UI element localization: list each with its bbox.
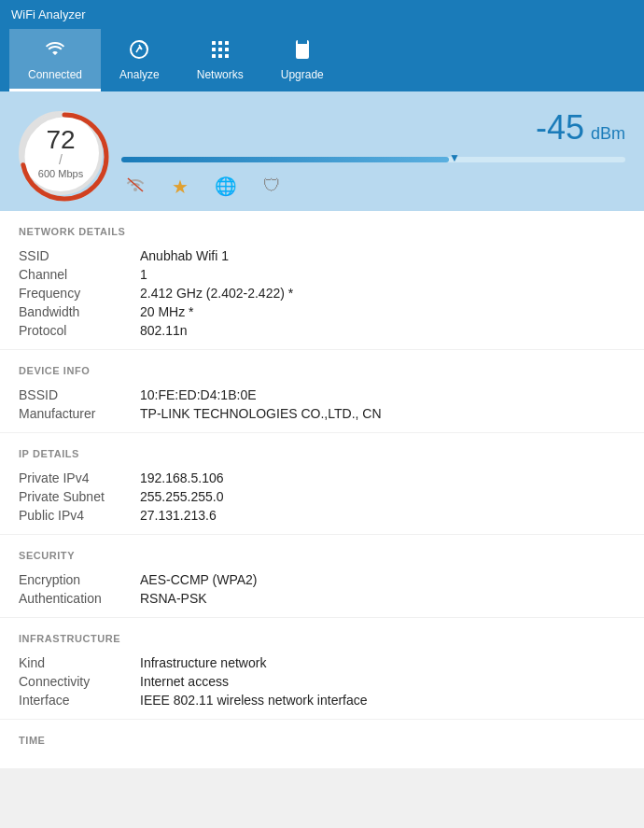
nav-item-analyze[interactable]: Analyze xyxy=(101,29,178,91)
nav-label-analyze: Analyze xyxy=(119,68,160,81)
nav-label-upgrade: Upgrade xyxy=(281,68,324,81)
nav-label-connected: Connected xyxy=(28,68,82,81)
bssid-value: 10:FE:ED:D4:1B:0E xyxy=(140,387,625,402)
ssid-label: SSID xyxy=(19,248,140,263)
connectivity-value: Internet access xyxy=(140,674,625,689)
nav-bar: Connected Analyze xyxy=(0,29,644,91)
authentication-value: RSNA-PSK xyxy=(140,591,625,606)
svg-rect-3 xyxy=(225,41,229,45)
bandwidth-value: 20 MHz * xyxy=(140,304,625,319)
nav-item-upgrade[interactable]: Upgrade xyxy=(262,29,343,91)
section-title-device-info: DEVICE INFO xyxy=(19,365,625,376)
section-title-time: TIME xyxy=(19,735,625,746)
section-infrastructure: INFRASTRUCTURE Kind Infrastructure netwo… xyxy=(0,618,644,720)
signal-bar-fill xyxy=(121,157,449,162)
device-info-grid: BSSID 10:FE:ED:D4:1B:0E Manufacturer TP-… xyxy=(19,387,625,421)
score-number: 72 xyxy=(46,127,75,153)
svg-rect-6 xyxy=(225,48,229,51)
svg-rect-4 xyxy=(212,48,216,51)
authentication-label: Authentication xyxy=(19,591,140,606)
frequency-label: Frequency xyxy=(19,286,140,301)
signal-area: 72 / 600 Mbps -45 dBm ▼ ★ xyxy=(0,91,644,211)
public-ipv4-label: Public IPv4 xyxy=(19,508,140,523)
svg-rect-7 xyxy=(212,54,216,58)
dbm-unit: dBm xyxy=(591,124,625,143)
private-subnet-value: 255.255.255.0 xyxy=(140,489,625,504)
manufacturer-label: Manufacturer xyxy=(19,406,140,421)
network-details-grid: SSID Anubhab Wifi 1 Channel 1 Frequency … xyxy=(19,248,625,338)
title-bar: WiFi Analyzer xyxy=(0,0,644,29)
svg-rect-9 xyxy=(225,54,229,58)
connectivity-label: Connectivity xyxy=(19,674,140,689)
private-ipv4-value: 192.168.5.106 xyxy=(140,470,625,485)
section-ip-details: IP DETAILS Private IPv4 192.168.5.106 Pr… xyxy=(0,433,644,535)
interface-value: IEEE 802.11 wireless network interface xyxy=(140,693,625,708)
score-speed: 600 Mbps xyxy=(38,168,83,179)
private-ipv4-label: Private IPv4 xyxy=(19,470,140,485)
wifi-icon xyxy=(44,38,66,64)
dbm-value: -45 xyxy=(536,108,584,147)
encryption-value: AES-CCMP (WPA2) xyxy=(140,572,625,587)
channel-label: Channel xyxy=(19,267,140,282)
action-icons: ★ 🌐 🛡 xyxy=(121,172,625,198)
signal-bar-container: ▼ xyxy=(121,153,625,166)
section-security: SECURITY Encryption AES-CCMP (WPA2) Auth… xyxy=(0,535,644,618)
private-subnet-label: Private Subnet xyxy=(19,489,140,504)
svg-rect-5 xyxy=(218,48,222,51)
content-area: NETWORK DETAILS SSID Anubhab Wifi 1 Chan… xyxy=(0,211,644,769)
svg-point-12 xyxy=(133,188,137,191)
security-grid: Encryption AES-CCMP (WPA2) Authenticatio… xyxy=(19,572,625,606)
star-icon[interactable]: ★ xyxy=(172,175,189,198)
signal-marker-icon: ▼ xyxy=(449,151,460,164)
section-title-ip-details: IP DETAILS xyxy=(19,448,625,459)
app-title: WiFi Analyzer xyxy=(11,7,85,21)
dbm-display: -45 dBm xyxy=(121,108,625,147)
globe-icon[interactable]: 🌐 xyxy=(215,175,237,198)
section-title-network-details: NETWORK DETAILS xyxy=(19,226,625,237)
nav-item-connected[interactable]: Connected xyxy=(9,29,101,91)
ssid-value: Anubhab Wifi 1 xyxy=(140,248,625,263)
nav-label-networks: Networks xyxy=(197,68,244,81)
section-time: TIME xyxy=(0,720,644,769)
shield-icon[interactable]: 🛡 xyxy=(263,175,281,198)
manufacturer-value: TP-LINK TECHNOLOGIES CO.,LTD., CN xyxy=(140,406,625,421)
upgrade-icon xyxy=(291,38,314,64)
section-device-info: DEVICE INFO BSSID 10:FE:ED:D4:1B:0E Manu… xyxy=(0,350,644,433)
section-network-details: NETWORK DETAILS SSID Anubhab Wifi 1 Chan… xyxy=(0,211,644,350)
score-circle: 72 / 600 Mbps xyxy=(19,111,103,195)
kind-value: Infrastructure network xyxy=(140,655,625,670)
svg-rect-8 xyxy=(218,54,222,58)
interface-label: Interface xyxy=(19,693,140,708)
bandwidth-label: Bandwidth xyxy=(19,304,140,319)
frequency-value: 2.412 GHz (2.402-2.422) * xyxy=(140,286,625,301)
wifi-detail-icon[interactable] xyxy=(125,175,146,198)
kind-label: Kind xyxy=(19,655,140,670)
protocol-label: Protocol xyxy=(19,323,140,338)
svg-rect-1 xyxy=(212,41,216,45)
infrastructure-grid: Kind Infrastructure network Connectivity… xyxy=(19,655,625,708)
channel-value: 1 xyxy=(140,267,625,282)
svg-rect-2 xyxy=(218,41,222,45)
signal-right: -45 dBm ▼ ★ 🌐 🛡 xyxy=(121,108,625,198)
section-title-security: SECURITY xyxy=(19,550,625,561)
protocol-value: 802.11n xyxy=(140,323,625,338)
encryption-label: Encryption xyxy=(19,572,140,587)
public-ipv4-value: 27.131.213.6 xyxy=(140,508,625,523)
section-title-infrastructure: INFRASTRUCTURE xyxy=(19,633,625,644)
analyze-icon xyxy=(128,38,150,64)
score-slash: / xyxy=(59,153,63,166)
networks-icon xyxy=(209,38,231,64)
bssid-label: BSSID xyxy=(19,387,140,402)
nav-item-networks[interactable]: Networks xyxy=(178,29,262,91)
ip-details-grid: Private IPv4 192.168.5.106 Private Subne… xyxy=(19,470,625,523)
signal-bar-track xyxy=(121,157,625,162)
